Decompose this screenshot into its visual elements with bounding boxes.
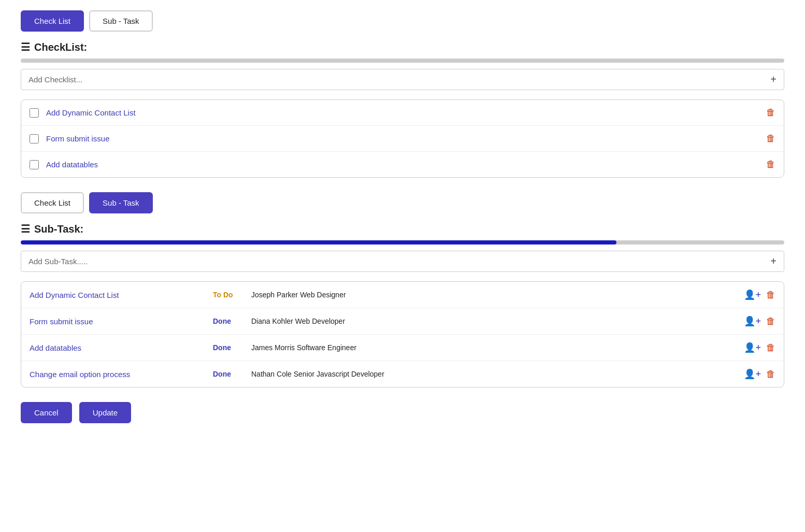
- subtask-item-0: Add Dynamic Contact List To Do Joseph Pa…: [21, 282, 784, 308]
- add-checklist-placeholder: Add Checklist...: [28, 75, 82, 84]
- subtask-icon: ☰: [21, 223, 30, 235]
- add-checklist-row[interactable]: Add Checklist... +: [21, 69, 784, 90]
- tab2-checklist-button[interactable]: Check List: [21, 192, 84, 213]
- subtask-item-2: Add datatables Done James Morris Softwar…: [21, 335, 784, 361]
- subtask-section-title: ☰ Sub-Task:: [21, 223, 784, 235]
- subtask-status-0: To Do: [213, 291, 244, 299]
- checklist-section-title: ☰ CheckList:: [21, 41, 784, 53]
- subtask-delete-icon-0[interactable]: 🗑: [766, 290, 775, 300]
- cancel-button[interactable]: Cancel: [21, 402, 72, 423]
- checklist-item-1: Form submit issue 🗑: [21, 126, 784, 152]
- checklist-checkbox-0[interactable]: [30, 108, 39, 118]
- add-subtask-placeholder: Add Sub-Task.....: [28, 257, 88, 266]
- add-checklist-plus-icon[interactable]: +: [770, 74, 777, 85]
- checklist-title-text: CheckList:: [34, 41, 87, 53]
- checklist-delete-icon-2[interactable]: 🗑: [766, 159, 775, 170]
- checklist-item-label-0: Add Dynamic Contact List: [46, 108, 759, 117]
- subtask-actions-1: 👤+ 🗑: [744, 315, 775, 327]
- subtask-assignee-2: James Morris Software Engineer: [251, 343, 737, 352]
- add-subtask-plus-icon[interactable]: +: [770, 255, 777, 267]
- subtask-item-1: Form submit issue Done Diana Kohler Web …: [21, 308, 784, 335]
- subtask-delete-icon-3[interactable]: 🗑: [766, 369, 775, 380]
- checklist-item-label-1: Form submit issue: [46, 134, 759, 143]
- subtask-delete-icon-1[interactable]: 🗑: [766, 316, 775, 327]
- checklist-item-2: Add datatables 🗑: [21, 152, 784, 177]
- subtask-actions-2: 👤+ 🗑: [744, 342, 775, 353]
- subtask-progress-bar: [21, 240, 784, 245]
- subtask-name-0: Add Dynamic Contact List: [30, 291, 206, 299]
- add-person-icon-1[interactable]: 👤+: [744, 315, 761, 327]
- tab1-checklist-button[interactable]: Check List: [21, 10, 84, 32]
- subtask-items-box: Add Dynamic Contact List To Do Joseph Pa…: [21, 281, 784, 387]
- add-person-icon-0[interactable]: 👤+: [744, 289, 761, 300]
- tab2-subtask-button[interactable]: Sub - Task: [89, 192, 153, 213]
- subtask-status-1: Done: [213, 317, 244, 325]
- checklist-delete-icon-1[interactable]: 🗑: [766, 133, 775, 144]
- subtask-actions-0: 👤+ 🗑: [744, 289, 775, 300]
- tab-group-2: Check List Sub - Task: [21, 192, 784, 213]
- subtask-name-2: Add datatables: [30, 343, 206, 352]
- checklist-items-box: Add Dynamic Contact List 🗑 Form submit i…: [21, 99, 784, 178]
- subtask-assignee-1: Diana Kohler Web Developer: [251, 317, 737, 325]
- subtask-status-3: Done: [213, 370, 244, 378]
- subtask-actions-3: 👤+ 🗑: [744, 368, 775, 380]
- checklist-delete-icon-0[interactable]: 🗑: [766, 107, 775, 118]
- add-subtask-row[interactable]: Add Sub-Task..... +: [21, 251, 784, 272]
- checklist-progress-bar: [21, 59, 784, 63]
- checklist-checkbox-2[interactable]: [30, 160, 39, 169]
- footer-buttons: Cancel Update: [21, 402, 784, 423]
- tab1-subtask-button[interactable]: Sub - Task: [89, 10, 153, 32]
- subtask-item-3: Change email option process Done Nathan …: [21, 361, 784, 387]
- subtask-delete-icon-2[interactable]: 🗑: [766, 342, 775, 353]
- add-person-icon-3[interactable]: 👤+: [744, 368, 761, 380]
- subtask-name-3: Change email option process: [30, 370, 206, 379]
- checklist-icon: ☰: [21, 41, 30, 53]
- add-person-icon-2[interactable]: 👤+: [744, 342, 761, 353]
- checklist-item-label-2: Add datatables: [46, 160, 759, 169]
- checklist-checkbox-1[interactable]: [30, 134, 39, 143]
- update-button[interactable]: Update: [79, 402, 131, 423]
- subtask-assignee-0: Joseph Parker Web Designer: [251, 291, 737, 299]
- subtask-assignee-3: Nathan Cole Senior Javascript Developer: [251, 370, 737, 378]
- subtask-status-2: Done: [213, 343, 244, 352]
- subtask-progress-fill: [21, 240, 616, 245]
- tab-group-1: Check List Sub - Task: [21, 10, 784, 32]
- checklist-item-0: Add Dynamic Contact List 🗑: [21, 100, 784, 126]
- subtask-title-text: Sub-Task:: [34, 223, 83, 235]
- subtask-name-1: Form submit issue: [30, 317, 206, 326]
